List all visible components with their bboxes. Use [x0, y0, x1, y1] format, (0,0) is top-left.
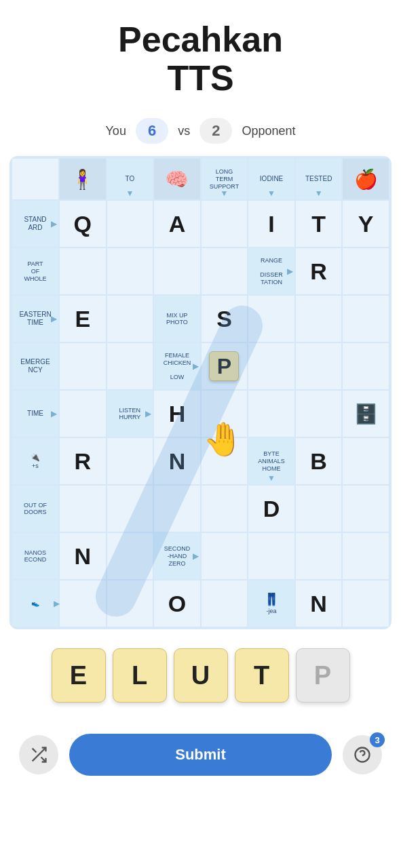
- cell-h3-icon: 🧠: [154, 159, 200, 199]
- cell-r10c1: [60, 580, 106, 627]
- cell-r5c2: [107, 343, 153, 389]
- cell-r9c7: [343, 533, 389, 579]
- cell-r10-clue: 👟▶: [12, 580, 58, 627]
- cell-r9c1: N: [60, 533, 106, 579]
- cell-r3c5-clue: RANGEDISSERTATION▶: [248, 248, 294, 294]
- cell-r10c6: N: [296, 580, 342, 627]
- cell-r4c7: [343, 296, 389, 342]
- cell-h5-clue: IODINE▼: [248, 159, 294, 199]
- you-label: You: [106, 124, 126, 138]
- cell-r8c5: D: [248, 486, 294, 532]
- cell-r2c1: Q: [60, 201, 106, 247]
- tray-tile-2[interactable]: U: [174, 648, 228, 703]
- cell-h4-clue: LONGTERMSUPPORT▼: [202, 159, 248, 199]
- cell-r7c7: [343, 438, 389, 484]
- cell-r3c7: [343, 248, 389, 294]
- cell-r4c2: [107, 296, 153, 342]
- cell-r3-clue: PARTOFWHOLE: [12, 248, 58, 294]
- cell-r7c6: B: [296, 438, 342, 484]
- cell-r9-clue: NANOSECOND: [12, 533, 58, 579]
- submit-button[interactable]: Submit: [69, 734, 332, 776]
- cell-r8c1: [60, 486, 106, 532]
- cell-r7c3: N: [154, 438, 200, 484]
- cell-r6c2-clue: LISTENHURRY▶: [107, 391, 153, 437]
- vs-label: vs: [178, 124, 190, 138]
- cell-r2c6: T: [296, 201, 342, 247]
- cell-r2c3: A: [154, 201, 200, 247]
- cell-r7-clue: 🔌+s: [12, 438, 58, 484]
- cell-r8c3: [154, 486, 200, 532]
- cell-r4c4: S: [202, 296, 248, 342]
- cell-r9c4: [202, 533, 248, 579]
- cell-r6c3: H: [154, 391, 200, 437]
- cell-r10c5-clue: 👖-jea: [248, 580, 294, 627]
- cell-h1-icon: 🧍‍♀️: [60, 159, 106, 199]
- cell-r4c1: E: [60, 296, 106, 342]
- shuffle-button[interactable]: [19, 735, 58, 774]
- cell-r2c4: [202, 201, 248, 247]
- hint-badge: 3: [370, 732, 385, 747]
- cell-r4c6: [296, 296, 342, 342]
- cell-r2c7: Y: [343, 201, 389, 247]
- cell-r8c6: [296, 486, 342, 532]
- cell-r6c7-icon: 🗄️: [343, 391, 389, 437]
- cell-h2-clue: TO▼: [107, 159, 153, 199]
- cell-r5c5: [248, 343, 294, 389]
- tray-tile-3[interactable]: T: [235, 648, 289, 703]
- cell-r9c5: [248, 533, 294, 579]
- cell-r3c1: [60, 248, 106, 294]
- cell-r3c6: R: [296, 248, 342, 294]
- cell-r6c5: [248, 391, 294, 437]
- bottom-bar: Submit 3: [0, 723, 401, 796]
- cell-r8-clue: OUT OFDOORS: [12, 486, 58, 532]
- opponent-label: Opponent: [242, 124, 295, 138]
- cell-r9c6: [296, 533, 342, 579]
- cell-r5-clue: EMERGENCY: [12, 343, 58, 389]
- cell-h0: [12, 159, 58, 199]
- cell-r8c4: [202, 486, 248, 532]
- tray-tile-4[interactable]: P: [296, 648, 350, 703]
- cell-h6-clue: TESTED▼: [296, 159, 342, 199]
- cell-r4-clue: EASTERNTIME▶: [12, 296, 58, 342]
- opponent-score: 2: [199, 118, 232, 144]
- you-score: 6: [136, 118, 168, 144]
- cell-r8c7: [343, 486, 389, 532]
- page-title: Pecahkan TTS: [0, 0, 401, 111]
- cell-r6c4: [202, 391, 248, 437]
- cell-r2c2: [107, 201, 153, 247]
- letter-tray: E L U T P: [0, 629, 401, 716]
- cell-r10c2: [107, 580, 153, 627]
- cell-r8c2: [107, 486, 153, 532]
- cell-r7c4: [202, 438, 248, 484]
- cell-r4c3-clue: MIX UPPHOTO: [154, 296, 200, 342]
- cell-r5c7: [343, 343, 389, 389]
- cell-r10c7: [343, 580, 389, 627]
- cell-r3c3: [154, 248, 200, 294]
- cell-r9c2: [107, 533, 153, 579]
- cell-r9c3-clue: SECOND-HANDZERO▶: [154, 533, 200, 579]
- tray-tile-0[interactable]: E: [52, 648, 106, 703]
- cell-r6c6: [296, 391, 342, 437]
- cell-r7c2: [107, 438, 153, 484]
- cell-r10c4: [202, 580, 248, 627]
- game-grid-container: 🧍‍♀️ TO▼ 🧠 LONGTERMSUPPORT▼ IODINE▼ TEST…: [9, 156, 392, 629]
- cell-r6-clue: TIME▶: [12, 391, 58, 437]
- game-grid: 🧍‍♀️ TO▼ 🧠 LONGTERMSUPPORT▼ IODINE▼ TEST…: [12, 159, 389, 627]
- cell-r5c6: [296, 343, 342, 389]
- score-bar: You 6 vs 2 Opponent: [0, 111, 401, 156]
- cell-r5c4-tile[interactable]: P: [202, 343, 248, 389]
- cell-r5c1: [60, 343, 106, 389]
- cell-r2-clue: STANDARD▶: [12, 201, 58, 247]
- cell-h7-icon: 🍎: [343, 159, 389, 199]
- cell-r7c5-clue: BYTEANIMALSHOME▼: [248, 438, 294, 484]
- cell-r7c1: R: [60, 438, 106, 484]
- cell-r10c3: O: [154, 580, 200, 627]
- cell-r3c2: [107, 248, 153, 294]
- cell-r3c4: [202, 248, 248, 294]
- tray-tile-1[interactable]: L: [113, 648, 167, 703]
- cell-r6c1: [60, 391, 106, 437]
- cell-r5c3-clue: FEMALECHICKENLOW▶: [154, 343, 200, 389]
- cell-r4c5: [248, 296, 294, 342]
- cell-r2c5: I: [248, 201, 294, 247]
- hint-button-wrapper: 3: [343, 735, 382, 774]
